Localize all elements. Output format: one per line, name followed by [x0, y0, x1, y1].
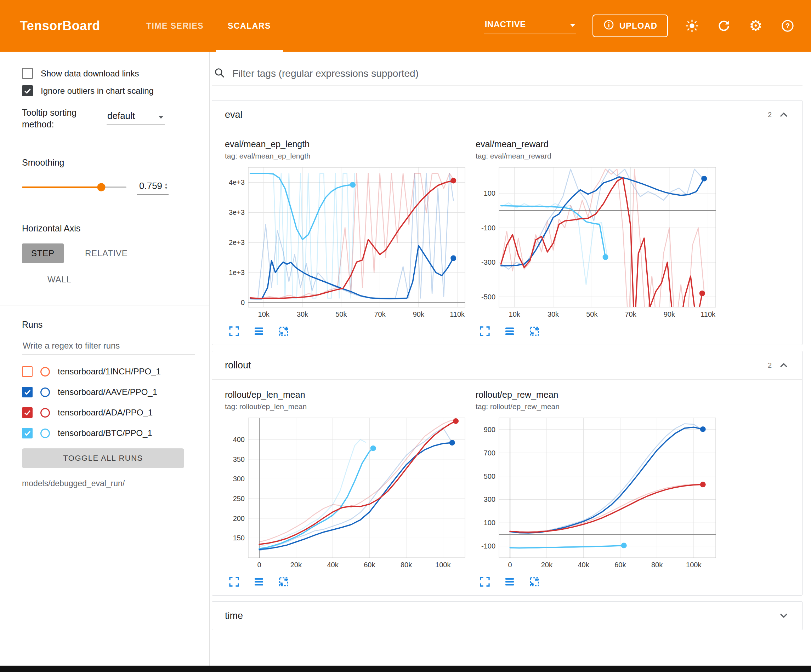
number-stepper[interactable]: ▴▾: [165, 182, 167, 189]
line-chart[interactable]: 10k30k50k70k90k110k01e+32e+33e+34e+3: [225, 164, 469, 321]
axis-option-relative[interactable]: RELATIVE: [76, 244, 137, 263]
data-table-icon[interactable]: [503, 325, 516, 338]
tab-time-series[interactable]: TIME SERIES: [134, 0, 215, 52]
fit-data-icon[interactable]: [277, 576, 290, 588]
tooltip-sorting-row: Tooltip sorting method: default: [22, 107, 195, 130]
axis-option-wall[interactable]: WALL: [38, 270, 209, 289]
line-tensorboard/ADA/PPO_1: [501, 178, 702, 321]
expand-icon[interactable]: [228, 576, 241, 588]
section-card-eval: eval2eval/mean_ep_lengthtag: eval/mean_e…: [212, 100, 803, 345]
chevron-up-icon[interactable]: [778, 109, 789, 120]
slider-fill: [22, 186, 101, 188]
endpoint-dot-tensorboard/ADA/PPO_1: [450, 178, 456, 183]
run-checkbox[interactable]: [22, 366, 32, 377]
info-icon: [603, 19, 614, 32]
smoothing-slider[interactable]: [22, 186, 126, 188]
chart-tag: tag: rollout/ep_len_mean: [225, 402, 473, 411]
data-table-icon[interactable]: [503, 576, 516, 588]
upload-button[interactable]: UPLOAD: [592, 15, 668, 37]
status-dropdown[interactable]: INACTIVE: [484, 17, 576, 34]
smoothing-input[interactable]: 0.759 ▴▾: [137, 180, 169, 195]
chart-toolbar: [478, 325, 723, 338]
section-header-right: 2: [768, 359, 789, 371]
svg-text:200: 200: [233, 515, 245, 522]
section-header[interactable]: time: [212, 602, 802, 630]
section-header[interactable]: rollout2: [212, 351, 802, 379]
svg-text:300: 300: [484, 496, 495, 503]
ignore-outliers-label: Ignore outliers in chart scaling: [41, 86, 154, 96]
line-chart[interactable]: 10k30k50k70k90k110k100-100-300-500: [476, 164, 720, 321]
run-label: tensorboard/1INCH/PPO_1: [58, 367, 161, 376]
run-label: tensorboard/AAVE/PPO_1: [58, 387, 157, 397]
status-dropdown-value: INACTIVE: [485, 19, 526, 29]
svg-text:80k: 80k: [651, 561, 663, 569]
svg-text:100k: 100k: [686, 561, 702, 569]
endpoint-dot-tensorboard/BTC/PPO_1: [370, 445, 376, 451]
line-tensorboard/AAVE/PPO_1: [259, 443, 452, 550]
svg-text:1e+3: 1e+3: [229, 269, 245, 276]
filter-tags-input[interactable]: [232, 68, 803, 80]
svg-text:60k: 60k: [614, 561, 626, 569]
svg-text:20k: 20k: [541, 561, 553, 569]
run-row: tensorboard/1INCH/PPO_1: [0, 361, 209, 382]
dashboard-main: eval2eval/mean_ep_lengthtag: eval/mean_e…: [210, 52, 811, 665]
svg-text:40k: 40k: [327, 561, 339, 569]
line-unsmoothed-tensorboard/ADA/PPO_1: [259, 420, 456, 542]
section-card-rollout: rollout2rollout/ep_len_meantag: rollout/…: [212, 351, 803, 596]
axis-options-row2: WALL: [38, 270, 209, 289]
chart-title: rollout/ep_len_mean: [225, 389, 473, 400]
slider-thumb[interactable]: [97, 183, 105, 191]
tab-scalars[interactable]: SCALARS: [215, 0, 283, 52]
svg-text:70k: 70k: [374, 310, 386, 318]
line-tensorboard/BTC/PPO_1: [510, 545, 624, 548]
data-table-icon[interactable]: [253, 325, 265, 338]
main-tabs: TIME SERIESSCALARS: [134, 0, 283, 52]
section-title: rollout: [225, 360, 251, 371]
run-label: tensorboard/ADA/PPO_1: [58, 408, 153, 418]
run-checkbox[interactable]: [22, 407, 32, 418]
toggle-all-runs-button[interactable]: TOGGLE ALL RUNS: [22, 449, 184, 468]
runs-filter-input[interactable]: [22, 340, 178, 351]
bottom-strip: [0, 665, 811, 672]
chevron-up-icon[interactable]: [778, 359, 789, 371]
svg-text:2e+3: 2e+3: [229, 239, 245, 246]
filter-tags-bar: [212, 67, 803, 86]
run-checkbox[interactable]: [22, 387, 32, 398]
ignore-outliers-checkbox[interactable]: [22, 85, 33, 96]
fit-data-icon[interactable]: [528, 325, 541, 338]
line-tensorboard/AAVE/PPO_1: [510, 427, 703, 533]
fit-data-icon[interactable]: [277, 325, 290, 338]
expand-icon[interactable]: [228, 325, 241, 338]
expand-icon[interactable]: [478, 576, 491, 588]
run-label: tensorboard/BTC/PPO_1: [58, 428, 152, 438]
chart-card: eval/mean_rewardtag: eval/mean_reward10k…: [476, 139, 723, 338]
axis-options-row: STEPRELATIVE: [22, 244, 209, 263]
show-download-links-checkbox[interactable]: [22, 68, 33, 79]
tooltip-sorting-label: Tooltip sorting method:: [22, 107, 95, 130]
svg-text:-500: -500: [481, 293, 495, 301]
data-table-icon[interactable]: [253, 576, 265, 588]
svg-text:110k: 110k: [701, 310, 716, 318]
run-checkbox[interactable]: [22, 428, 32, 438]
search-icon: [214, 67, 225, 80]
expand-icon[interactable]: [478, 325, 491, 338]
svg-text:50k: 50k: [335, 310, 347, 318]
section-header[interactable]: eval2: [212, 100, 802, 129]
refresh-icon[interactable]: [716, 18, 732, 34]
svg-text:100: 100: [484, 519, 495, 526]
axis-option-step[interactable]: STEP: [22, 244, 64, 263]
chart-toolbar: [478, 576, 723, 588]
tooltip-sorting-select[interactable]: default: [107, 109, 165, 125]
svg-text:90k: 90k: [413, 310, 425, 318]
run-color-circle: [41, 408, 50, 418]
svg-text:90k: 90k: [664, 310, 675, 318]
help-icon[interactable]: ?: [780, 18, 796, 34]
settings-icon[interactable]: ⚙: [748, 18, 763, 34]
fit-data-icon[interactable]: [528, 576, 541, 588]
svg-text:4e+3: 4e+3: [229, 178, 245, 186]
line-chart[interactable]: 020k40k60k80k100k150200250300350400: [225, 415, 469, 572]
section-count: 2: [768, 361, 772, 369]
brightness-icon[interactable]: [684, 18, 700, 34]
chevron-down-icon[interactable]: [778, 610, 789, 621]
line-chart[interactable]: 020k40k60k80k100k-100100300500700900: [476, 415, 720, 572]
